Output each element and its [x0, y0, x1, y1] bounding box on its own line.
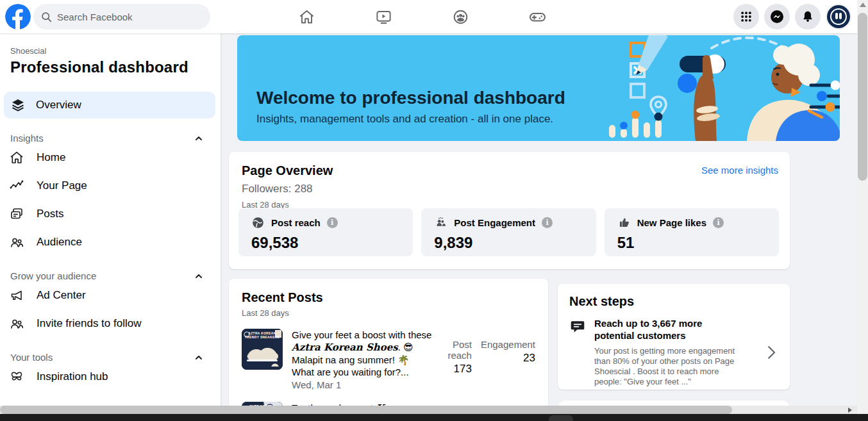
recent-posts-title: Recent Posts	[242, 290, 535, 305]
sidebar-section-insights[interactable]: Insights	[10, 133, 204, 144]
sidebar-item-label: Ad Center	[37, 289, 86, 302]
main-nav-tabs	[273, 0, 571, 33]
sidebar-item-ad-center[interactable]: Ad Center	[0, 281, 221, 310]
sidebar-item-home[interactable]: Home	[0, 144, 221, 172]
gaming-tab[interactable]	[504, 0, 571, 33]
apps-menu-button[interactable]	[733, 4, 759, 29]
sidebar-item-label: Home	[37, 151, 65, 164]
sidebar-item-invite-friends[interactable]: Invite friends to follow	[0, 310, 221, 338]
stat-label: Post Engagement	[454, 217, 535, 228]
line-chart-icon	[9, 178, 24, 194]
post-thumbnail: AZTRA KOREAN TRENDY SNEAKERS	[242, 329, 283, 370]
search-bar[interactable]	[33, 4, 210, 29]
chevron-right-icon[interactable]	[764, 343, 778, 362]
people-icon	[434, 216, 447, 229]
sidebar-section-grow-your-audience[interactable]: Grow your audience	[10, 270, 204, 281]
sidebar-item-overview[interactable]: Overview	[4, 92, 215, 119]
sidebar-item-label: Inspiration hub	[37, 370, 108, 383]
layers-icon	[10, 97, 26, 113]
stat-value: 51	[617, 234, 766, 252]
next-steps-item-body: Your post is getting more engagement tha…	[594, 346, 740, 387]
sidebar-item-audience[interactable]: Audience	[0, 228, 221, 256]
post-metrics: Post reach 173 Engagement 23	[433, 329, 535, 391]
taskbar-strip	[0, 414, 868, 421]
info-icon[interactable]: i	[713, 217, 724, 228]
scroll-right-arrow[interactable]	[848, 408, 852, 413]
comment-bubble-icon	[569, 318, 586, 335]
dashboard-sidebar: Shoescial Professional dashboard Overvie…	[0, 33, 221, 414]
notifications-button[interactable]	[795, 4, 821, 29]
next-steps-item-title: Reach up to 3,667 more potential custome…	[594, 317, 740, 342]
home-icon	[298, 8, 315, 26]
sidebar-item-inspiration-hub[interactable]: Inspiration hub	[0, 363, 221, 391]
horizontal-scrollbar[interactable]	[0, 406, 857, 414]
chevron-up-icon	[194, 352, 204, 363]
chevron-up-icon	[194, 271, 204, 281]
recent-posts-card: Recent Posts Last 28 days AZTRA KOREAN T…	[229, 279, 548, 421]
welcome-banner: Welcome to professional dashboard Insigh…	[237, 35, 840, 141]
info-icon[interactable]: i	[542, 217, 553, 228]
next-steps-title: Next steps	[569, 294, 778, 309]
thumbnail-caption: AZTRA KOREAN TRENDY SNEAKERS	[244, 331, 280, 339]
scroll-up-arrow[interactable]	[860, 3, 866, 7]
post-reach-metric: Post reach 173	[433, 339, 471, 391]
see-more-insights-link[interactable]: See more insights	[701, 165, 778, 176]
watch-icon	[375, 8, 392, 26]
megaphone-icon	[9, 288, 24, 303]
next-steps-item[interactable]: Reach up to 3,667 more potential custome…	[569, 317, 778, 387]
sidebar-item-label: Posts	[37, 208, 64, 220]
facebook-professional-dashboard-window: Shoescial Professional dashboard Overvie…	[0, 0, 868, 421]
chevron-up-icon	[194, 133, 204, 144]
stat-tile-post-reach: Post reach i 69,538	[238, 208, 413, 256]
messenger-button[interactable]	[764, 4, 790, 29]
facebook-logo[interactable]	[5, 4, 31, 29]
search-input[interactable]	[57, 12, 198, 22]
post-row[interactable]: AZTRA KOREAN TRENDY SNEAKERS Give your f…	[242, 329, 535, 391]
gaming-icon	[528, 8, 547, 26]
shoescial-logo-avatar	[827, 5, 850, 28]
section-label: Insights	[10, 133, 44, 144]
sidebar-title: Professional dashboard	[10, 58, 210, 76]
globe-icon	[251, 216, 265, 229]
dashboard-main-content: Welcome to professional dashboard Insigh…	[221, 33, 857, 414]
page-overview-card: Page Overview Followers: 288 Last 28 day…	[229, 152, 790, 269]
vertical-scrollbar[interactable]	[857, 0, 868, 414]
stat-tile-post-engagement: Post Engagement i 9,839	[421, 208, 596, 256]
sidebar-section-your-tools[interactable]: Your tools	[10, 352, 204, 363]
banner-subtitle: Insights, management tools and ad creati…	[256, 113, 553, 126]
horizontal-scroll-thumb[interactable]	[0, 406, 732, 414]
taskbar-app-button[interactable]	[549, 415, 573, 421]
search-icon	[41, 12, 52, 22]
home-icon	[9, 150, 24, 165]
section-label: Grow your audience	[10, 270, 96, 281]
groups-tab[interactable]	[427, 0, 494, 33]
stat-value: 9,839	[434, 234, 583, 252]
banner-title: Welcome to professional dashboard	[256, 88, 565, 108]
posts-icon	[9, 206, 24, 222]
overview-stat-tiles: Post reach i 69,538 Post Engagement	[238, 208, 779, 256]
sidebar-item-label: Your Page	[37, 179, 87, 192]
account-avatar[interactable]	[826, 4, 851, 29]
next-steps-text: Reach up to 3,667 more potential custome…	[594, 317, 740, 387]
sidebar-page-name: Shoescial	[10, 46, 210, 56]
invite-friends-icon	[9, 316, 24, 331]
stat-value: 69,538	[251, 234, 400, 252]
apps-grid-icon	[740, 10, 753, 23]
sidebar-item-label: Audience	[37, 236, 82, 249]
page-overview-title: Page Overview	[242, 163, 777, 178]
info-icon[interactable]: i	[327, 217, 338, 228]
vertical-scroll-thumb[interactable]	[858, 13, 867, 181]
messenger-icon	[769, 9, 785, 24]
post-engagement-metric: Engagement 23	[481, 339, 535, 391]
post-text: Give your feet a boost with these Aztra …	[292, 329, 433, 391]
thumbs-up-icon	[617, 216, 631, 229]
sidebar-item-your-page[interactable]: Your Page	[0, 172, 221, 200]
sidebar-item-posts[interactable]: Posts	[0, 200, 221, 228]
home-tab[interactable]	[273, 0, 340, 33]
groups-icon	[452, 8, 469, 26]
watch-tab[interactable]	[350, 0, 417, 33]
post-date: Wed, Mar 1	[292, 379, 433, 391]
audience-icon	[9, 235, 24, 250]
recent-posts-period: Last 28 days	[242, 308, 535, 318]
followers-count: Followers: 288	[242, 183, 777, 195]
